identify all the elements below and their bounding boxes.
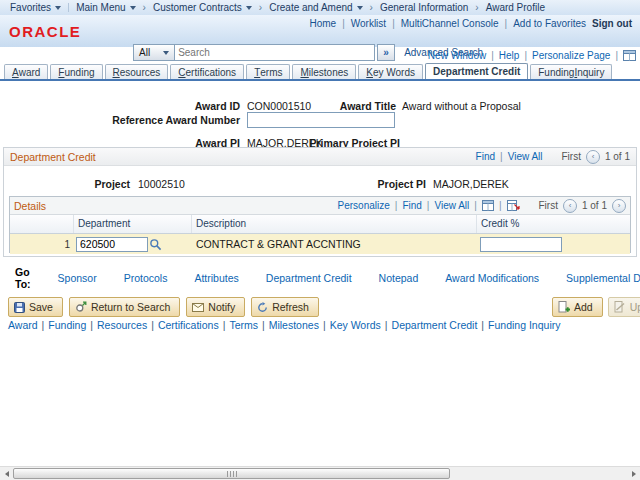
footer-funding-link[interactable]: Funding bbox=[48, 319, 86, 331]
tab-award[interactable]: Award bbox=[4, 64, 48, 79]
tab-key-words[interactable]: Key Words bbox=[358, 64, 423, 79]
notify-icon bbox=[192, 303, 204, 312]
scroll-left-icon[interactable] bbox=[0, 467, 13, 480]
multichannel-console-link[interactable]: MultiChannel Console bbox=[401, 18, 499, 29]
personalize-page-link[interactable]: Personalize Page bbox=[532, 50, 610, 61]
breadcrumb-main-menu[interactable]: Main Menu bbox=[76, 2, 135, 13]
help-link[interactable]: Help bbox=[499, 50, 520, 61]
go-to-supplemental-data-link[interactable]: Supplemental Data bbox=[566, 272, 640, 284]
refresh-button[interactable]: Refresh bbox=[251, 297, 319, 317]
scrollbar-thumb[interactable] bbox=[13, 468, 450, 479]
save-button[interactable]: Save bbox=[8, 297, 63, 317]
project-label: Project bbox=[18, 178, 130, 190]
reference-award-number-input[interactable] bbox=[247, 112, 395, 128]
footer-certifications-link[interactable]: Certifications bbox=[158, 319, 219, 331]
tab-milestones[interactable]: Milestones bbox=[292, 64, 356, 79]
separator: | bbox=[223, 319, 226, 331]
breadcrumb-label: Main Menu bbox=[76, 2, 125, 13]
department-input[interactable] bbox=[76, 237, 148, 252]
details-grid: Details Personalize | Find | View All | … bbox=[9, 196, 631, 253]
go-to-row: Go To: Sponsor Protocols Attributes Depa… bbox=[15, 266, 640, 290]
footer-milestones-link[interactable]: Milestones bbox=[269, 319, 319, 331]
credit-pct-input[interactable] bbox=[480, 237, 562, 252]
update-icon bbox=[614, 301, 626, 313]
find-link[interactable]: Find bbox=[476, 151, 495, 162]
notify-button[interactable]: Notify bbox=[186, 297, 245, 317]
footer-resources-link[interactable]: Resources bbox=[97, 319, 147, 331]
go-to-attributes-link[interactable]: Attributes bbox=[194, 272, 238, 284]
department-credit-header-bar: Department Credit Find | View All First … bbox=[4, 148, 636, 166]
chevron-down-icon bbox=[357, 6, 363, 10]
breadcrumb-create-and-amend[interactable]: Create and Amend bbox=[269, 2, 362, 13]
breadcrumb-favorites[interactable]: Favorites bbox=[10, 2, 61, 13]
tab-funding[interactable]: Funding bbox=[50, 64, 102, 79]
tab-certifications[interactable]: Certifications bbox=[170, 64, 244, 79]
add-button[interactable]: Add bbox=[552, 297, 603, 317]
go-to-sponsor-link[interactable]: Sponsor bbox=[58, 272, 97, 284]
go-to-award-modifications-link[interactable]: Award Modifications bbox=[445, 272, 539, 284]
download-grid-icon[interactable] bbox=[507, 200, 520, 211]
view-all-link[interactable]: View All bbox=[508, 151, 543, 162]
go-to-department-credit-link[interactable]: Department Credit bbox=[266, 272, 352, 284]
search-scope-dropdown[interactable]: All bbox=[133, 44, 175, 61]
credit-pct-cell bbox=[477, 237, 630, 252]
search-go-button[interactable]: » bbox=[377, 44, 395, 61]
grid-column-headers: Department Description Credit % bbox=[10, 215, 630, 234]
personalize-link[interactable]: Personalize bbox=[338, 200, 390, 211]
breadcrumb-customer-contracts[interactable]: Customer Contracts bbox=[153, 2, 252, 13]
oracle-logo: ORACLE bbox=[9, 23, 81, 40]
breadcrumb-separator: › bbox=[475, 2, 478, 13]
separator: | bbox=[90, 319, 93, 331]
separator: | bbox=[524, 50, 527, 61]
separator: | bbox=[500, 151, 503, 162]
award-id-label: Award ID bbox=[20, 100, 240, 112]
footer-terms-link[interactable]: Terms bbox=[229, 319, 258, 331]
tab-department-credit[interactable]: Department Credit bbox=[425, 63, 528, 79]
award-title-label: Award Title bbox=[250, 100, 396, 112]
scroll-right-icon[interactable] bbox=[627, 467, 640, 480]
zoom-grid-icon[interactable] bbox=[482, 200, 494, 211]
separator: | bbox=[427, 200, 430, 211]
tab-terms[interactable]: Terms bbox=[246, 64, 290, 79]
header: ORACLE Home | Worklist | MultiChannel Co… bbox=[0, 15, 640, 47]
go-to-protocols-link[interactable]: Protocols bbox=[124, 272, 168, 284]
return-to-search-button[interactable]: Return to Search bbox=[69, 297, 180, 317]
lookup-magnifier-icon[interactable] bbox=[149, 238, 162, 251]
add-to-favorites-link[interactable]: Add to Favorites bbox=[513, 18, 586, 29]
view-all-link[interactable]: View All bbox=[434, 200, 469, 211]
tab-funding-inquiry[interactable]: Funding Inquiry bbox=[530, 64, 612, 79]
footer-key-words-link[interactable]: Key Words bbox=[330, 319, 381, 331]
separator: | bbox=[474, 200, 477, 211]
home-link[interactable]: Home bbox=[309, 18, 336, 29]
separator: | bbox=[481, 319, 484, 331]
update-display-button[interactable]: Update bbox=[608, 297, 640, 317]
breadcrumb-award-profile[interactable]: Award Profile bbox=[486, 2, 545, 13]
previous-row-icon[interactable]: ‹ bbox=[563, 199, 577, 213]
separator: | bbox=[491, 50, 494, 61]
sign-out-link[interactable]: Sign out bbox=[592, 18, 632, 29]
breadcrumb-label: General Information bbox=[380, 2, 468, 13]
row-number: 1 bbox=[10, 239, 74, 250]
first-label: First bbox=[562, 151, 581, 162]
search-input[interactable] bbox=[175, 44, 375, 61]
footer-department-credit-link[interactable]: Department Credit bbox=[392, 319, 478, 331]
row-number-column-header bbox=[10, 215, 74, 233]
footer-award-link[interactable]: Award bbox=[8, 319, 38, 331]
tab-resources[interactable]: Resources bbox=[105, 64, 169, 79]
breadcrumb-general-information[interactable]: General Information bbox=[380, 2, 468, 13]
personalize-layout-icon[interactable] bbox=[623, 50, 636, 61]
chevron-down-icon bbox=[55, 6, 61, 10]
footer-funding-inquiry-link[interactable]: Funding Inquiry bbox=[488, 319, 560, 331]
new-window-link[interactable]: New Window bbox=[428, 50, 486, 61]
grid-title: Details bbox=[14, 200, 46, 212]
save-icon bbox=[14, 302, 25, 313]
row-position: 1 of 1 bbox=[582, 200, 607, 211]
next-row-icon[interactable]: › bbox=[612, 199, 626, 213]
worklist-link[interactable]: Worklist bbox=[351, 18, 386, 29]
find-link[interactable]: Find bbox=[402, 200, 421, 211]
previous-row-icon[interactable]: ‹ bbox=[586, 150, 600, 164]
department-credit-section: Department Credit Find | View All First … bbox=[3, 147, 637, 257]
horizontal-scrollbar[interactable] bbox=[0, 466, 640, 480]
return-to-search-icon bbox=[75, 301, 87, 313]
go-to-notepad-link[interactable]: Notepad bbox=[379, 272, 419, 284]
